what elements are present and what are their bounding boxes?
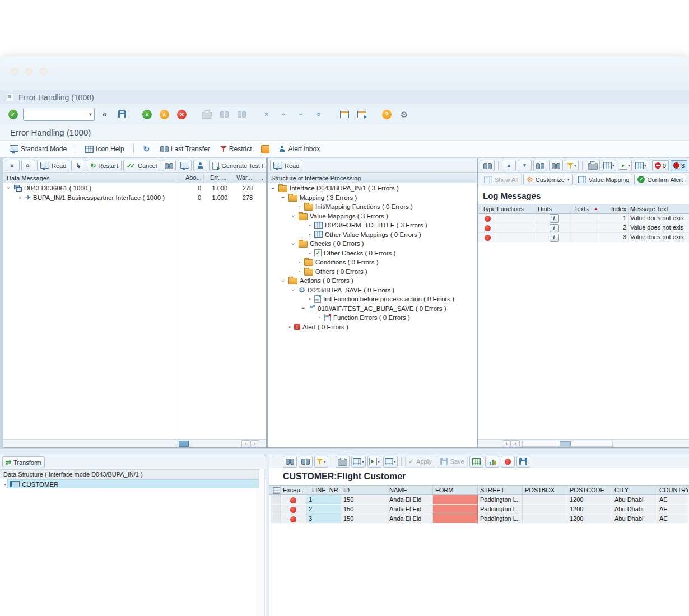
export-button[interactable]: ▾ [618, 160, 632, 171]
last-page-button[interactable]: » [312, 108, 327, 120]
alert-status-button[interactable] [259, 144, 272, 155]
chart-button[interactable] [485, 456, 499, 468]
tree-node[interactable]: ·Conditions ( 0 Errors ) [268, 258, 477, 267]
customer-cell[interactable]: 1200 [567, 514, 612, 524]
tree-node[interactable]: ›Interface D043/BUPA_IN/1 ( 3 Errors ) [268, 184, 477, 193]
find-button[interactable] [217, 108, 232, 120]
expand-icon[interactable]: › [17, 194, 23, 200]
customer-cell[interactable] [281, 505, 306, 514]
customer-column-header[interactable]: POSTBOX [523, 486, 567, 494]
sort-descending-button[interactable]: ▼ [518, 160, 532, 171]
restart-button[interactable]: ↻Restart [87, 160, 122, 171]
collapse-icon[interactable]: › [290, 241, 296, 247]
column-header[interactable]: . [255, 173, 265, 183]
collapse-toolbar-button[interactable]: « [97, 108, 112, 120]
log-hscrollbar[interactable]: ‹ › [478, 439, 689, 447]
customer-cell[interactable]: 1 [306, 495, 341, 505]
save-button[interactable]: Save [437, 456, 468, 468]
new-session-button[interactable] [337, 108, 352, 120]
mass-change-button[interactable] [469, 456, 483, 468]
customer-cell[interactable]: Paddington L.. [478, 495, 523, 505]
tree-node[interactable]: ›010//AIF/TEST_AC_BUPA_SAVE ( 0 Errors ) [268, 304, 477, 314]
exit-button[interactable]: ✕ [175, 108, 189, 120]
customer-cell[interactable]: Paddington L.. [478, 514, 523, 524]
customer-cell[interactable] [523, 514, 567, 524]
column-header[interactable]: Err. ... [203, 173, 230, 183]
customer-column-header[interactable]: Excep.. [281, 486, 306, 494]
collapse-icon[interactable]: › [6, 185, 12, 191]
value-mapping-button[interactable]: Value Mapping [575, 174, 633, 185]
show-all-button[interactable]: Show All [481, 174, 522, 185]
column-header[interactable]: Abo... [179, 173, 203, 183]
customer-column-header[interactable]: ID [341, 486, 387, 494]
customer-cell[interactable]: 150 [341, 514, 387, 524]
transform-button[interactable]: ⇄Transform [2, 456, 45, 468]
tree-node[interactable]: ›⚙D043/BUPA_SAVE ( 0 Errors ) [268, 286, 477, 295]
confirm-alert-button[interactable]: ✓Confirm Alert [634, 174, 686, 185]
hscroll-track[interactable] [522, 441, 613, 447]
save-variant-button[interactable] [516, 456, 530, 468]
continue-button[interactable]: ✓ [6, 108, 20, 120]
tree-node[interactable]: ›Actions ( 0 Errors ) [268, 276, 477, 286]
customer-cell[interactable]: Anda El Eid [387, 514, 433, 524]
hscroll-thumb[interactable] [179, 441, 189, 447]
hscroll-thumb[interactable] [560, 441, 571, 446]
collapse-all-button[interactable]: » [6, 160, 20, 171]
tree-node[interactable]: ·Init Function before process action ( 0… [268, 295, 477, 304]
log-row[interactable]: i1Value does not exis [478, 214, 689, 223]
log-column-header[interactable]: Index [598, 204, 629, 213]
assign-user-button[interactable] [193, 160, 207, 171]
customer-row[interactable]: 1150Anda El EidPaddington L..1200Abu Dha… [269, 495, 689, 505]
customer-cell[interactable]: AE [657, 495, 688, 505]
refresh-button[interactable]: ↻ [140, 144, 153, 155]
tree-node[interactable]: ›Mapping ( 3 Errors ) [268, 193, 477, 203]
tree-node[interactable]: ·Alert ( 0 Errors ) [268, 323, 477, 332]
column-header[interactable]: War... [230, 173, 255, 183]
hint-info-button[interactable]: i [550, 214, 559, 223]
customer-cell[interactable]: 2 [306, 505, 341, 514]
icon-help-button[interactable]: Icon Help [82, 142, 127, 156]
print-button[interactable] [336, 456, 350, 468]
read-button[interactable]: Read [37, 160, 69, 171]
structure-item[interactable]: ·CUSTOMER [0, 479, 266, 489]
first-page-button[interactable]: « [260, 108, 274, 120]
customer-cell[interactable]: 3 [306, 514, 341, 524]
display-details-button[interactable] [162, 160, 176, 171]
save-button[interactable] [115, 108, 129, 120]
customer-cell[interactable] [433, 495, 478, 505]
command-input[interactable] [26, 109, 89, 120]
dropdown-icon[interactable]: ▾ [89, 111, 92, 117]
customer-cell[interactable] [281, 495, 306, 505]
customer-cell[interactable]: Anda El Eid [387, 495, 433, 505]
previous-page-button[interactable]: ‹ [277, 108, 292, 120]
message-row[interactable]: ›✈BUPA_IN/1 Businesspartner Interface ( … [3, 193, 266, 202]
subtree-button[interactable]: ↳ [71, 160, 85, 171]
details-button[interactable] [481, 160, 495, 171]
alert-count-button[interactable]: 3 [671, 160, 687, 171]
command-field[interactable]: ▾ [23, 108, 95, 121]
customer-cell[interactable]: Abu Dhabi [612, 505, 657, 514]
tree-node[interactable]: ·Others ( 0 Errors ) [268, 267, 477, 277]
back-button[interactable]: « [140, 108, 155, 120]
column-divider[interactable] [179, 172, 179, 440]
customer-column-header[interactable]: NAME [387, 486, 433, 494]
customer-cell[interactable] [281, 514, 306, 524]
log-row[interactable]: i2Value does not exis [478, 223, 689, 233]
log-column-header[interactable]: Message Text [629, 204, 689, 213]
find-next-button[interactable] [549, 160, 563, 171]
maximize-window-button[interactable] [40, 68, 47, 75]
scroll-right-button[interactable]: › [511, 440, 520, 447]
customize-button[interactable]: ⚙Customize▾ [523, 174, 573, 185]
expand-all-button[interactable]: « [21, 160, 35, 171]
collapse-icon[interactable]: › [280, 278, 286, 284]
customer-cell[interactable]: 1200 [567, 505, 612, 514]
tree-node[interactable]: ·Init/Mapping Functions ( 0 Errors ) [268, 202, 477, 212]
choose-layout-button[interactable]: ▾ [383, 456, 398, 468]
collapse-icon[interactable]: › [290, 213, 296, 219]
customer-row[interactable]: 3150Anda El EidPaddington L..1200Abu Dha… [269, 514, 689, 524]
views-button[interactable]: ▾ [602, 160, 616, 171]
create-shortcut-button[interactable] [355, 108, 369, 120]
customer-cell[interactable] [433, 514, 478, 524]
data-structure-vscrollbar[interactable] [259, 469, 265, 616]
customer-cell[interactable] [523, 505, 567, 514]
